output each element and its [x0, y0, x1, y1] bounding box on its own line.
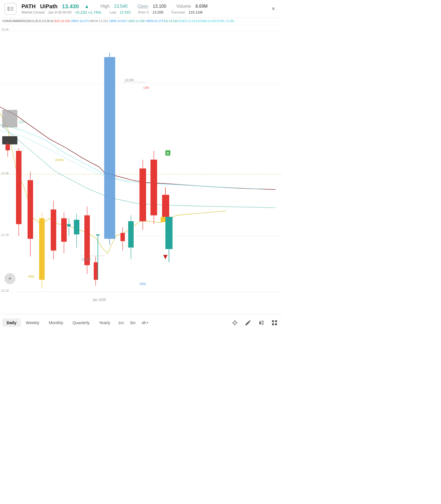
- svg-text:12.480: 12.480: [81, 258, 91, 261]
- svg-rect-54: [139, 168, 146, 221]
- price-arrow: ▲: [84, 4, 89, 9]
- crosshair-tool[interactable]: [229, 317, 240, 328]
- svg-rect-28: [61, 218, 67, 242]
- stock-company: UiPath: [40, 3, 57, 10]
- open-value: 13.100: [153, 4, 166, 9]
- svg-rect-62: [165, 217, 173, 249]
- timeframe-1m[interactable]: 1m: [115, 318, 127, 327]
- draw-tool[interactable]: [243, 317, 254, 328]
- low-label: Low: [110, 10, 116, 14]
- svg-rect-34: [74, 220, 79, 234]
- svg-rect-48: [120, 233, 125, 241]
- add-chart-button[interactable]: +: [4, 273, 15, 284]
- stock-price: 13.430: [62, 3, 79, 10]
- close-button[interactable]: ×: [269, 4, 278, 13]
- volume-value: 8.69M: [195, 4, 208, 9]
- svg-marker-66: [163, 255, 168, 259]
- svg-text:B: B: [167, 151, 169, 154]
- svg-rect-89: [262, 321, 263, 324]
- svg-rect-40: [94, 262, 98, 280]
- chart-svg: B 14.590 U95 12.480 SWL E10 21FRI VMB Ja…: [0, 25, 282, 306]
- svg-rect-95: [275, 323, 277, 325]
- svg-text:U95: U95: [143, 86, 149, 89]
- svg-rect-1: [10, 7, 14, 8]
- prevc-label: Prev C: [138, 10, 149, 14]
- svg-rect-19: [28, 180, 33, 239]
- svg-rect-45: [104, 57, 115, 239]
- indicator-text: VSAVE3888RDR(200.0,20.0,2.0,30.0) E21:13…: [2, 19, 236, 23]
- chart-area[interactable]: B 14.590 U95 12.480 SWL E10 21FRI VMB Ja…: [0, 25, 282, 306]
- svg-text:SWL: SWL: [28, 274, 35, 278]
- turnover-label: Turnover: [171, 10, 185, 14]
- timeframe-weekly[interactable]: Weekly: [21, 318, 44, 327]
- svg-rect-11: [2, 136, 17, 144]
- timeframe-3m[interactable]: 3m: [127, 318, 138, 327]
- candle-tool[interactable]: [256, 317, 267, 328]
- svg-rect-92: [272, 320, 274, 322]
- title-row: PATH UiPath 13.430 ▲ High 13.540 Open 13…: [21, 3, 208, 10]
- svg-text:21FRI: 21FRI: [55, 158, 63, 161]
- svg-rect-13: [6, 144, 10, 150]
- svg-text:E10: E10: [19, 120, 25, 123]
- header-subtitle: Market Closed Jan 9 05:00:00 +0.230 +1.7…: [21, 10, 208, 15]
- svg-rect-57: [150, 159, 157, 215]
- svg-text:14.590: 14.590: [125, 78, 134, 81]
- timeframe-group: Daily Weekly Monthly Quarterly Yearly 1m…: [2, 318, 151, 327]
- svg-text:12.10: 12.10: [1, 289, 9, 292]
- timeframe-4h[interactable]: 4h ▾: [139, 318, 151, 327]
- svg-rect-16: [16, 151, 21, 224]
- svg-rect-25: [51, 209, 56, 250]
- svg-rect-2: [10, 9, 14, 9]
- low-value: 12.920: [120, 10, 131, 14]
- svg-rect-22: [39, 218, 45, 280]
- svg-text:12.78: 12.78: [1, 233, 9, 236]
- market-status: Market Closed: [21, 10, 45, 14]
- toolbar-icons: [229, 317, 280, 328]
- timeframe-monthly[interactable]: Monthly: [44, 318, 68, 327]
- svg-rect-0: [7, 7, 9, 11]
- svg-rect-86: [259, 322, 261, 324]
- svg-text:VMB: VMB: [139, 282, 146, 286]
- header-left: PATH UiPath 13.430 ▲ High 13.540 Open 13…: [21, 3, 208, 15]
- svg-rect-51: [128, 221, 134, 247]
- bottom-toolbar: Daily Weekly Monthly Quarterly Yearly 1m…: [0, 314, 282, 331]
- timeframe-daily[interactable]: Daily: [2, 318, 21, 327]
- timeframe-yearly[interactable]: Yearly: [95, 318, 115, 327]
- high-label: High: [101, 4, 110, 9]
- market-date: Jan 9 05:00:00: [48, 10, 72, 14]
- svg-rect-94: [272, 323, 274, 325]
- open-label: Open: [138, 4, 148, 9]
- header: PATH UiPath 13.430 ▲ High 13.540 Open 13…: [0, 0, 282, 18]
- svg-text:13.49: 13.49: [1, 171, 9, 175]
- prevc-value: 13.200: [152, 10, 163, 14]
- svg-rect-93: [275, 320, 277, 322]
- high-value: 13.540: [114, 4, 128, 9]
- timeframe-quarterly[interactable]: Quarterly: [68, 318, 94, 327]
- volume-label: Volume: [176, 4, 191, 9]
- svg-rect-10: [2, 110, 17, 127]
- svg-rect-60: [162, 195, 169, 218]
- svg-rect-31: [67, 224, 71, 226]
- sidebar-toggle[interactable]: [4, 3, 17, 15]
- grid-tool[interactable]: [269, 317, 280, 328]
- svg-text:Jan 2025: Jan 2025: [92, 298, 106, 302]
- stock-ticker: PATH: [21, 3, 36, 10]
- turnover-value: 115.11M: [189, 10, 203, 14]
- indicator-bar: VSAVE3888RDR(200.0,20.0,2.0,30.0) E21:13…: [0, 18, 282, 25]
- svg-rect-43: [96, 234, 100, 235]
- svg-point-81: [233, 321, 236, 324]
- svg-text:15.05: 15.05: [1, 28, 9, 31]
- svg-rect-3: [10, 10, 14, 10]
- price-change: +0.230 +1.74%: [75, 10, 101, 15]
